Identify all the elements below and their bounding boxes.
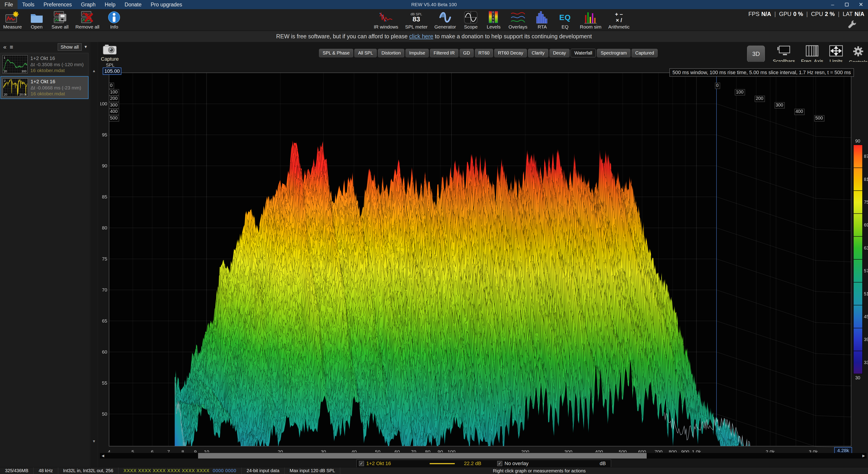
toolbar-button-arithmetic[interactable]: + −× /Arithmetic bbox=[607, 10, 631, 30]
menu-item-pro-upgrades[interactable]: Pro upgrades bbox=[146, 0, 187, 9]
tab-waterfall[interactable]: Waterfall bbox=[571, 49, 596, 57]
freq-scrollbar-thumb[interactable] bbox=[198, 453, 647, 459]
status-bar: 325/436MB48 kHzInt32L in, Int32L out, 25… bbox=[0, 467, 868, 474]
toolbar-button-info[interactable]: Info bbox=[104, 10, 124, 30]
remove-all-icon bbox=[81, 11, 94, 24]
overlay-label: No overlay bbox=[504, 461, 528, 467]
legend-bar: ✓ 1+2 Okt 16 22.2 dB ✓ No overlay dB bbox=[356, 460, 611, 467]
donation-text-pre: REW is free software, but if you can aff… bbox=[276, 33, 409, 39]
toolbar-button-overlays[interactable]: Overlays bbox=[506, 10, 529, 30]
3d-toggle-button[interactable]: 3D bbox=[747, 45, 765, 62]
toolbar-button-generator[interactable]: Generator bbox=[433, 10, 458, 30]
stat-separator: | bbox=[806, 10, 808, 18]
stat-lat: LATN/A bbox=[843, 11, 864, 17]
maximize-icon bbox=[845, 3, 848, 6]
status-segment-0: 325/436MB bbox=[0, 467, 34, 474]
toolbar-button-eq[interactable]: EQEQ bbox=[555, 10, 575, 30]
donation-banner: REW is free software, but if you can aff… bbox=[0, 31, 868, 42]
scroll-up-icon[interactable]: ▲ bbox=[91, 69, 97, 73]
cursor-value: 22.2 dB bbox=[464, 461, 481, 467]
tab-captured[interactable]: Captured bbox=[631, 49, 658, 57]
wrench-icon bbox=[847, 19, 857, 30]
toolbar: MeasureOpenSave allRemove allInfo IR win… bbox=[0, 9, 868, 31]
measurement-file: 16 oktober.mdat bbox=[30, 68, 84, 73]
show-all-dropdown[interactable]: Show all bbox=[58, 43, 82, 51]
levels-icon: 0369 bbox=[487, 11, 500, 24]
capture-button[interactable]: Capture bbox=[101, 44, 119, 62]
menu-item-preferences[interactable]: Preferences bbox=[39, 0, 76, 9]
measurement-menu-icon[interactable]: ≡ bbox=[9, 43, 13, 51]
save-all-icon bbox=[53, 11, 67, 24]
toolbar-button-rta[interactable]: RTA bbox=[532, 10, 552, 30]
measurement-name: 1+2 Okt 16 bbox=[30, 56, 84, 61]
freq-scrollbar[interactable]: ◀ ▶ bbox=[100, 453, 867, 459]
measurement-item-2[interactable]: 1+2 Okt 16 Δt -0.0668 ms (-23 mm) 16 okt… bbox=[0, 76, 89, 99]
window-controls: – ✕ bbox=[826, 0, 868, 9]
tab-filtered-ir[interactable]: Filtered IR bbox=[430, 49, 458, 57]
donation-link[interactable]: click here bbox=[409, 33, 433, 39]
svg-text:9: 9 bbox=[492, 21, 494, 24]
chevron-down-icon[interactable]: ▼ bbox=[84, 45, 88, 49]
toolbar-left-group: MeasureOpenSave allRemove allInfo bbox=[1, 10, 124, 30]
minimize-button[interactable]: – bbox=[826, 0, 840, 9]
menu-item-donate[interactable]: Donate bbox=[120, 0, 146, 9]
toolbar-center-group: IR windowsdB SPL83SPL meterGeneratorScop… bbox=[372, 10, 631, 30]
menu-item-file[interactable]: File bbox=[0, 0, 18, 9]
toolbar-button-measure[interactable]: Measure bbox=[1, 10, 24, 30]
scroll-down-icon[interactable]: ▼ bbox=[91, 439, 97, 443]
toolbar-button-scope[interactable]: Scope bbox=[461, 10, 480, 30]
tab-rt60-decay[interactable]: RT60 Decay bbox=[494, 49, 527, 57]
tab-impulse[interactable]: Impulse bbox=[405, 49, 429, 57]
toolbar-button-save-all[interactable]: Save all bbox=[50, 10, 70, 30]
menu-item-tools[interactable]: Tools bbox=[18, 0, 39, 9]
tab-decay[interactable]: Decay bbox=[550, 49, 570, 57]
tab-clarity[interactable]: Clarity bbox=[528, 49, 548, 57]
collapse-sidebar-icon[interactable]: « bbox=[3, 43, 6, 51]
tab-distortion[interactable]: Distortion bbox=[378, 49, 404, 57]
close-button[interactable]: ✕ bbox=[854, 0, 868, 9]
status-segment-r0: 24-bit input data bbox=[242, 467, 284, 474]
legend-measurement-name: 1+2 Okt 16 bbox=[366, 461, 391, 467]
tab-all-spl[interactable]: All SPL bbox=[354, 49, 377, 57]
status-hint: Right click graph or measurements for ac… bbox=[493, 467, 586, 474]
scroll-left-icon[interactable]: ◀ bbox=[100, 454, 106, 458]
toolbar-button-open[interactable]: Open bbox=[27, 10, 46, 30]
rta-icon bbox=[535, 11, 549, 24]
sidebar-scrollbar[interactable]: ▲ ▼ bbox=[91, 42, 97, 467]
measurement-item-1[interactable]: 1+2 Okt 16 Δt -0.3508 ms (-120 mm) 16 ok… bbox=[0, 53, 89, 76]
tab-rt60[interactable]: RT60 bbox=[475, 49, 493, 57]
overlay-checkbox[interactable]: ✓ bbox=[497, 461, 502, 466]
toolbar-button-ir-windows[interactable]: IR windows bbox=[372, 10, 400, 30]
stat-fps: FPSN/A bbox=[748, 11, 771, 17]
measurements-sidebar: « ≡ Show all ▼ 1+2 Okt 16 Δt -0.3508 ms … bbox=[0, 42, 89, 467]
stat-separator: | bbox=[838, 10, 839, 18]
measurement-checkbox[interactable]: ✓ bbox=[359, 461, 364, 466]
room-sim-icon bbox=[584, 11, 597, 24]
freq-axis-icon bbox=[805, 45, 819, 58]
scope-icon bbox=[464, 11, 477, 24]
overlays-icon bbox=[510, 11, 526, 24]
stat-cpu: CPU2 % bbox=[811, 11, 835, 17]
menu-item-graph[interactable]: Graph bbox=[76, 0, 100, 9]
measurement-thumbnail bbox=[2, 55, 28, 73]
maximize-button[interactable] bbox=[840, 0, 854, 9]
toolbar-button-room-sim[interactable]: Room sim bbox=[578, 10, 603, 30]
toolbar-button-levels[interactable]: 0369Levels bbox=[484, 10, 503, 30]
camera-icon bbox=[103, 44, 117, 56]
status-segment-r1: Max input 120 dB SPL bbox=[284, 467, 340, 474]
tab-spl-phase[interactable]: SPL & Phase bbox=[319, 49, 353, 57]
ir-windows-icon bbox=[378, 11, 394, 24]
tab-spectrogram[interactable]: Spectrogram bbox=[597, 49, 630, 57]
spl-max-input[interactable]: 105.00 bbox=[103, 67, 121, 75]
scroll-right-icon[interactable]: ▶ bbox=[861, 454, 867, 458]
info-icon bbox=[108, 11, 120, 24]
toolbar-button-spl-meter[interactable]: dB SPL83SPL meter bbox=[403, 10, 429, 30]
tab-gd[interactable]: GD bbox=[460, 49, 474, 57]
stat-gpu: GPU0 % bbox=[779, 11, 803, 17]
waterfall-plot[interactable] bbox=[100, 62, 868, 452]
freq-scrollbar-track[interactable] bbox=[106, 453, 861, 459]
toolbar-button-remove-all[interactable]: Remove all bbox=[73, 10, 101, 30]
arithmetic-icon: + −× / bbox=[615, 11, 623, 24]
menu-item-help[interactable]: Help bbox=[100, 0, 120, 9]
spl-axis-label: SPL bbox=[106, 63, 115, 68]
